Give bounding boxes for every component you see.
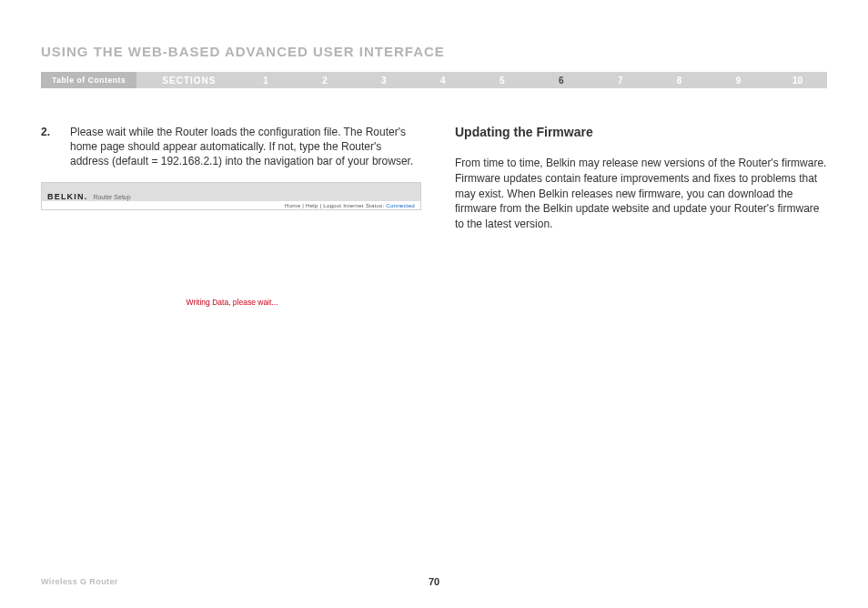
step-item: 2. Please wait while the Router loads th… — [41, 125, 423, 169]
left-column: 2. Please wait while the Router loads th… — [41, 125, 423, 307]
footer-product-name: Wireless G Router — [41, 577, 118, 586]
page-title: USING THE WEB-BASED ADVANCED USER INTERF… — [41, 44, 827, 59]
sections-label: SECTIONS — [136, 76, 236, 86]
section-link-5[interactable]: 5 — [472, 76, 531, 86]
toc-link[interactable]: Table of Contents — [41, 72, 136, 88]
mock-brand-block: BELKIN. Router Setup — [47, 192, 131, 201]
mock-header-bar: BELKIN. Router Setup — [42, 183, 420, 201]
mock-loading-message: Writing Data, please wait... — [41, 298, 423, 307]
section-link-3[interactable]: 3 — [354, 76, 413, 86]
section-nav-bar: Table of Contents SECTIONS 1 2 3 4 5 6 7… — [41, 72, 827, 88]
section-link-9[interactable]: 9 — [709, 76, 768, 86]
section-link-1[interactable]: 1 — [236, 76, 295, 86]
mock-status-bar: Home | Help | Logout Internet Status: Co… — [42, 201, 420, 209]
content-columns: 2. Please wait while the Router loads th… — [41, 125, 827, 307]
router-setup-screenshot: BELKIN. Router Setup Home | Help | Logou… — [41, 182, 421, 210]
right-column: Updating the Firmware From time to time,… — [455, 125, 827, 307]
step-number: 2. — [41, 125, 70, 169]
page-footer: Wireless G Router 70 — [41, 577, 827, 586]
section-link-10[interactable]: 10 — [768, 76, 827, 86]
section-link-7[interactable]: 7 — [590, 76, 650, 86]
mock-connection-status: Connected — [386, 202, 415, 208]
section-link-8[interactable]: 8 — [650, 76, 709, 86]
mock-brand-sub: Router Setup — [93, 194, 130, 200]
step-body-text: Please wait while the Router loads the c… — [70, 125, 423, 169]
section-link-6[interactable]: 6 — [531, 76, 590, 86]
footer-page-number: 70 — [429, 576, 439, 587]
updating-firmware-body: From time to time, Belkin may release ne… — [455, 156, 827, 232]
mock-nav-links: Home | Help | Logout Internet Status: — [285, 202, 384, 208]
section-link-2[interactable]: 2 — [295, 76, 354, 86]
section-link-4[interactable]: 4 — [413, 76, 472, 86]
manual-page: USING THE WEB-BASED ADVANCED USER INTERF… — [0, 0, 868, 608]
updating-firmware-heading: Updating the Firmware — [455, 125, 827, 139]
mock-brand-name: BELKIN. — [47, 192, 87, 201]
